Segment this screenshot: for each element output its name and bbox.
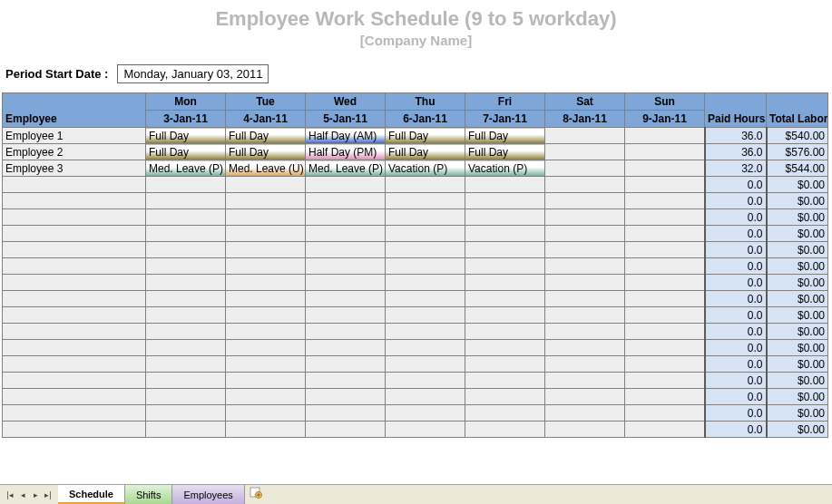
employee-name-cell[interactable] — [3, 307, 146, 324]
schedule-cell[interactable] — [465, 193, 545, 209]
schedule-cell[interactable]: Full Day — [465, 144, 545, 160]
schedule-cell[interactable] — [465, 356, 545, 373]
schedule-cell[interactable] — [306, 177, 386, 193]
schedule-cell[interactable] — [146, 177, 226, 193]
schedule-cell[interactable] — [226, 422, 306, 438]
schedule-cell[interactable] — [465, 422, 545, 438]
schedule-cell[interactable] — [545, 356, 625, 373]
schedule-cell[interactable] — [465, 373, 545, 389]
schedule-cell[interactable] — [146, 340, 226, 356]
schedule-cell[interactable] — [306, 356, 386, 373]
employee-name-cell[interactable]: Employee 2 — [3, 144, 146, 160]
schedule-cell[interactable] — [386, 373, 465, 389]
schedule-cell[interactable] — [226, 389, 306, 405]
schedule-cell[interactable] — [386, 226, 465, 242]
schedule-cell[interactable]: Med. Leave (U) — [226, 160, 306, 177]
employee-name-cell[interactable]: Employee 1 — [3, 128, 146, 144]
schedule-cell[interactable]: Full Day — [465, 128, 545, 144]
schedule-cell[interactable] — [545, 242, 625, 258]
schedule-cell[interactable] — [146, 258, 226, 275]
schedule-cell[interactable] — [306, 258, 386, 275]
schedule-cell[interactable] — [226, 193, 306, 209]
schedule-cell[interactable] — [465, 307, 545, 324]
schedule-cell[interactable] — [625, 193, 705, 209]
schedule-cell[interactable]: Full Day — [386, 144, 465, 160]
schedule-cell[interactable] — [465, 177, 545, 193]
schedule-cell[interactable] — [306, 275, 386, 291]
schedule-cell[interactable] — [306, 307, 386, 324]
schedule-cell[interactable] — [545, 193, 625, 209]
schedule-cell[interactable] — [146, 275, 226, 291]
schedule-cell[interactable] — [386, 209, 465, 226]
employee-name-cell[interactable] — [3, 373, 146, 389]
schedule-cell[interactable] — [386, 389, 465, 405]
schedule-cell[interactable]: Half Day (AM) — [306, 128, 386, 144]
schedule-cell[interactable] — [625, 291, 705, 307]
schedule-cell[interactable] — [625, 405, 705, 422]
schedule-cell[interactable] — [146, 324, 226, 340]
employee-name-cell[interactable] — [3, 340, 146, 356]
employee-name-cell[interactable] — [3, 356, 146, 373]
schedule-cell[interactable] — [226, 373, 306, 389]
schedule-cell[interactable] — [545, 226, 625, 242]
schedule-cell[interactable] — [146, 242, 226, 258]
schedule-cell[interactable] — [545, 324, 625, 340]
schedule-cell[interactable] — [306, 324, 386, 340]
schedule-cell[interactable] — [306, 389, 386, 405]
schedule-cell[interactable]: Full Day — [226, 144, 306, 160]
schedule-cell[interactable] — [545, 373, 625, 389]
schedule-cell[interactable] — [386, 422, 465, 438]
schedule-cell[interactable] — [226, 340, 306, 356]
schedule-cell[interactable] — [625, 307, 705, 324]
schedule-cell[interactable] — [226, 307, 306, 324]
schedule-cell[interactable] — [386, 291, 465, 307]
schedule-cell[interactable] — [625, 144, 705, 160]
schedule-cell[interactable] — [545, 291, 625, 307]
schedule-cell[interactable]: Full Day — [146, 144, 226, 160]
schedule-cell[interactable]: Full Day — [146, 128, 226, 144]
schedule-cell[interactable] — [465, 242, 545, 258]
schedule-cell[interactable] — [226, 405, 306, 422]
employee-name-cell[interactable] — [3, 226, 146, 242]
employee-name-cell[interactable] — [3, 193, 146, 209]
tab-nav-last-icon[interactable]: ▸| — [42, 489, 54, 501]
schedule-cell[interactable] — [226, 356, 306, 373]
schedule-cell[interactable] — [306, 226, 386, 242]
employee-name-cell[interactable] — [3, 209, 146, 226]
schedule-cell[interactable] — [146, 373, 226, 389]
schedule-cell[interactable]: Med. Leave (P) — [146, 160, 226, 177]
schedule-cell[interactable] — [146, 209, 226, 226]
tab-schedule[interactable]: Schedule — [58, 485, 125, 504]
employee-name-cell[interactable] — [3, 405, 146, 422]
schedule-cell[interactable] — [625, 242, 705, 258]
schedule-cell[interactable] — [226, 291, 306, 307]
schedule-cell[interactable]: Med. Leave (P) — [306, 160, 386, 177]
schedule-cell[interactable] — [226, 275, 306, 291]
schedule-cell[interactable] — [146, 389, 226, 405]
schedule-cell[interactable] — [226, 177, 306, 193]
employee-name-cell[interactable] — [3, 324, 146, 340]
schedule-cell[interactable] — [465, 226, 545, 242]
schedule-cell[interactable] — [545, 128, 625, 144]
schedule-cell[interactable]: Vacation (P) — [465, 160, 545, 177]
schedule-cell[interactable] — [306, 405, 386, 422]
schedule-cell[interactable] — [625, 160, 705, 177]
schedule-cell[interactable] — [386, 340, 465, 356]
employee-name-cell[interactable] — [3, 258, 146, 275]
schedule-cell[interactable] — [625, 389, 705, 405]
schedule-cell[interactable] — [226, 258, 306, 275]
schedule-cell[interactable] — [306, 242, 386, 258]
schedule-cell[interactable] — [625, 275, 705, 291]
schedule-cell[interactable] — [625, 356, 705, 373]
schedule-cell[interactable] — [545, 177, 625, 193]
schedule-cell[interactable]: Half Day (PM) — [306, 144, 386, 160]
schedule-cell[interactable]: Full Day — [386, 128, 465, 144]
schedule-cell[interactable] — [306, 291, 386, 307]
employee-name-cell[interactable] — [3, 422, 146, 438]
schedule-cell[interactable] — [146, 307, 226, 324]
schedule-cell[interactable] — [465, 275, 545, 291]
schedule-cell[interactable] — [625, 209, 705, 226]
schedule-cell[interactable] — [386, 258, 465, 275]
schedule-cell[interactable] — [226, 242, 306, 258]
schedule-cell[interactable] — [386, 307, 465, 324]
